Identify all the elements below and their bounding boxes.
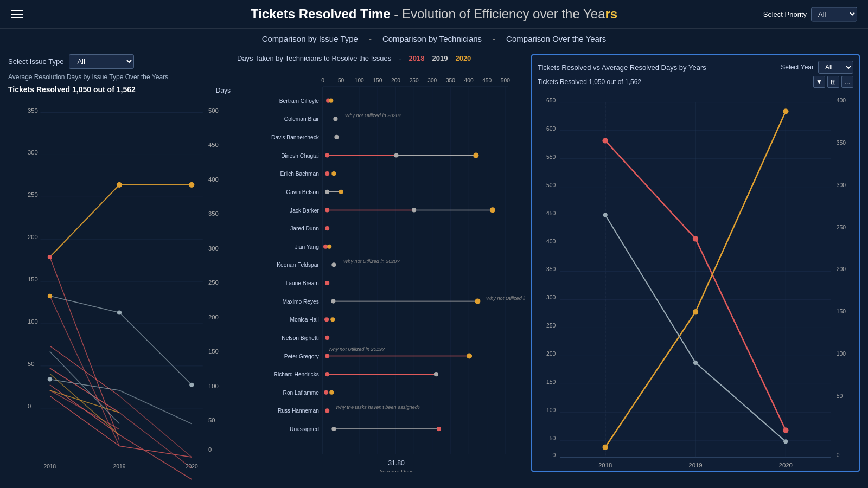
page-title: Tickets Resolved Time - Evolution of Eff… (251, 7, 617, 22)
svg-line-196 (605, 312, 695, 447)
svg-text:300: 300 (427, 78, 437, 84)
svg-text:Laurie Bream: Laurie Bream (286, 280, 319, 286)
svg-line-46 (119, 390, 192, 424)
right-chart-area: 650 600 550 500 450 400 350 300 250 200 … (538, 91, 853, 477)
svg-text:100: 100 (208, 383, 219, 389)
center-year-dash: - (399, 54, 401, 62)
svg-point-100 (339, 190, 343, 194)
left-section-title: Average Resolution Days by Issue Type Ov… (8, 73, 231, 81)
svg-line-27 (50, 396, 119, 446)
svg-text:0: 0 (552, 452, 556, 458)
svg-text:300: 300 (546, 294, 556, 300)
panel-left: Select Issue Type All Bug Feature Suppor… (8, 54, 231, 472)
svg-text:350: 350 (546, 266, 556, 272)
center-chart-title: Days Taken by Technicians to Resolve the… (237, 54, 391, 62)
svg-point-135 (434, 372, 438, 376)
svg-point-145 (437, 427, 441, 431)
svg-text:Russ Hanneman: Russ Hanneman (278, 408, 319, 414)
svg-line-33 (50, 296, 119, 446)
svg-text:0: 0 (321, 78, 324, 84)
svg-line-35 (119, 435, 192, 479)
svg-point-87 (334, 135, 339, 139)
svg-text:Maximo Reyes: Maximo Reyes (282, 299, 318, 305)
svg-text:650: 650 (546, 98, 556, 104)
year-select-label: Select Year (781, 63, 814, 71)
svg-text:150: 150 (28, 276, 38, 282)
svg-point-113 (331, 262, 336, 267)
svg-text:Peter Gregory: Peter Gregory (284, 354, 320, 359)
svg-point-200 (783, 108, 788, 114)
svg-text:200: 200 (28, 234, 38, 240)
svg-point-120 (475, 299, 480, 304)
svg-point-49 (117, 182, 122, 188)
svg-point-130 (467, 353, 472, 358)
svg-text:100: 100 (837, 351, 846, 357)
right-sub-title: Tickets Resolved 1,050 out of 1,562 (538, 78, 641, 86)
hamburger-menu[interactable] (11, 10, 23, 18)
nav-issue-type[interactable]: Comparison by Issue Type (262, 34, 358, 43)
year-dropdown[interactable]: All 2018 2019 2020 (818, 61, 853, 74)
svg-line-201 (605, 215, 695, 363)
svg-point-106 (490, 207, 495, 213)
svg-text:300: 300 (837, 182, 846, 188)
svg-point-110 (323, 245, 328, 249)
svg-text:400: 400 (208, 176, 219, 183)
svg-text:Why not Utilized in 2020?: Why not Utilized in 2020? (345, 113, 402, 118)
nav-technicians[interactable]: Comparison by Technicians (382, 34, 482, 43)
svg-text:250: 250 (410, 78, 419, 84)
svg-line-45 (119, 313, 192, 385)
svg-point-82 (329, 99, 333, 103)
grid-button[interactable]: ⊞ (827, 76, 839, 88)
svg-text:0: 0 (837, 452, 840, 458)
svg-text:500: 500 (208, 107, 219, 114)
nav-years[interactable]: Comparison Over the Years (506, 34, 606, 43)
technicians-chart: 0 50 100 150 200 250 300 350 400 450 500 (237, 67, 525, 472)
panel-right: Tickets Resolved vs Average Resolved Day… (531, 54, 860, 472)
svg-text:400: 400 (837, 98, 846, 104)
svg-text:2019: 2019 (688, 462, 702, 468)
svg-text:Erlich Bachman: Erlich Bachman (280, 171, 319, 177)
year-2020-label: 2020 (455, 54, 471, 62)
svg-point-111 (327, 245, 331, 249)
svg-line-38 (50, 185, 119, 257)
svg-text:100: 100 (546, 407, 556, 413)
issue-type-dropdown[interactable]: All Bug Feature Support (69, 54, 134, 69)
svg-point-50 (189, 182, 194, 188)
center-header: Days Taken by Technicians to Resolve the… (237, 54, 525, 62)
svg-point-116 (325, 281, 329, 285)
svg-text:200: 200 (391, 78, 400, 84)
svg-text:50: 50 (208, 417, 215, 423)
svg-point-47 (48, 255, 52, 259)
svg-text:Coleman Blair: Coleman Blair (284, 116, 320, 122)
svg-text:50: 50 (338, 78, 344, 84)
right-panel-sub: Tickets Resolved 1,050 out of 1,562 ▼ ⊞ … (538, 76, 853, 88)
svg-text:450: 450 (208, 142, 219, 148)
svg-point-95 (325, 171, 329, 176)
svg-text:200: 200 (837, 266, 846, 272)
svg-text:450: 450 (546, 210, 556, 216)
svg-text:200: 200 (208, 314, 219, 320)
svg-text:2019: 2019 (113, 464, 126, 470)
svg-text:50: 50 (550, 435, 556, 441)
svg-text:2018: 2018 (598, 462, 612, 468)
svg-text:Bertram Gilfoyle: Bertram Gilfoyle (279, 98, 319, 104)
svg-point-123 (324, 317, 329, 322)
svg-line-197 (695, 111, 786, 312)
svg-point-126 (325, 336, 329, 340)
svg-text:150: 150 (373, 78, 382, 84)
svg-line-191 (605, 140, 695, 239)
more-button[interactable]: ... (841, 76, 853, 88)
svg-text:500: 500 (546, 182, 556, 188)
svg-text:Average Days: Average Days (379, 469, 414, 472)
left-tickets-count: Tickets Resolved 1,050 out of 1,562 (8, 85, 136, 94)
svg-text:Monica Hall: Monica Hall (290, 317, 319, 323)
svg-point-194 (693, 236, 698, 241)
filter-button[interactable]: ▼ (813, 76, 825, 88)
svg-text:150: 150 (208, 348, 219, 355)
svg-point-137 (324, 390, 328, 395)
priority-dropdown[interactable]: All High Medium Low (811, 7, 857, 22)
svg-text:350: 350 (446, 78, 455, 84)
svg-text:2020: 2020 (779, 462, 793, 468)
svg-text:0: 0 (28, 403, 31, 409)
svg-text:Unassigned: Unassigned (290, 426, 319, 432)
